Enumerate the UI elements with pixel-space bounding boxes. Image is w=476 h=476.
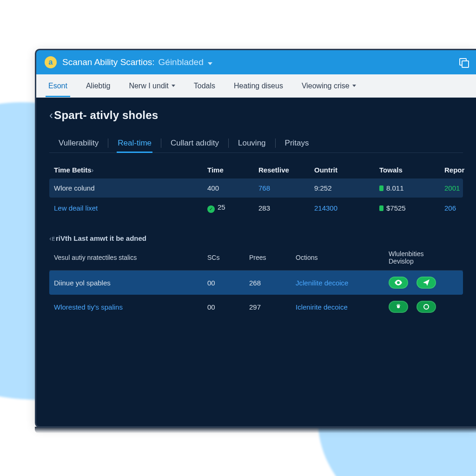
col2-pres: Prees bbox=[249, 254, 296, 261]
cell2-pres: 268 bbox=[249, 279, 296, 287]
menu-nerw-undit[interactable]: Nerw I undit bbox=[119, 74, 184, 97]
col-ountrit: Ountrit bbox=[314, 166, 379, 174]
col-resetlive: Resetlive bbox=[258, 166, 314, 174]
app-logo-icon: a bbox=[45, 56, 57, 68]
col2-stack2: Devislop bbox=[389, 258, 476, 265]
menu-aliebtig[interactable]: Aliebtig bbox=[77, 74, 119, 97]
cell2-scs: 00 bbox=[207, 303, 249, 311]
cell2-pres: 297 bbox=[249, 303, 296, 311]
cell2-actions bbox=[389, 277, 476, 289]
time-betits-table: Time Betits› Time Resetlive Ountrit Towa… bbox=[49, 161, 463, 218]
section-title: ‹ᴇriVth Last amwt it be adned bbox=[49, 234, 463, 243]
action-pill-eye-icon[interactable] bbox=[389, 277, 408, 289]
col-towals: Towals bbox=[379, 166, 444, 174]
cell-name: Lew deail lixet bbox=[54, 204, 207, 212]
col2-stack1: Wlulenbities bbox=[389, 250, 476, 258]
col-time: Time bbox=[207, 166, 258, 174]
status-dot-icon: ✓ bbox=[207, 205, 215, 213]
tab-real-time[interactable]: Real-time bbox=[108, 134, 161, 152]
menu-label: Vieowing crise bbox=[302, 82, 350, 90]
table2-row[interactable]: Wlorested tiy's spalins 00 297 Iclenirit… bbox=[49, 295, 463, 319]
cell-report: 2001 bbox=[444, 184, 476, 192]
menu-esont[interactable]: Esont bbox=[39, 74, 77, 97]
status-square-icon bbox=[379, 185, 383, 191]
window-title-sub[interactable]: Géinbladed bbox=[159, 57, 212, 67]
tab-vulnerability[interactable]: Vullerability bbox=[49, 134, 108, 152]
menu-label: Aliebtig bbox=[86, 82, 110, 90]
menu-vieowing-crise[interactable]: Vieowing crise bbox=[292, 74, 365, 97]
status-square-icon bbox=[379, 205, 383, 211]
cell-time: ✓25 bbox=[207, 203, 258, 213]
cell-time: 400 bbox=[207, 184, 258, 192]
cell2-name: Diinue yol spables bbox=[54, 279, 207, 287]
window-title-sub-label: Géinbladed bbox=[159, 57, 204, 67]
page-title: ‹Spart- ativly sholes bbox=[49, 109, 463, 122]
cell2-octions: Iclenirite decoice bbox=[296, 303, 389, 311]
menubar: Esont Aliebtig Nerw I undit Todals Heati… bbox=[36, 74, 476, 98]
cell-towals: 8.011 bbox=[379, 184, 444, 192]
action-pill-send-icon[interactable] bbox=[416, 277, 436, 289]
cell-ountrit: 9:252 bbox=[314, 184, 379, 192]
table-header-row: Time Betits› Time Resetlive Ountrit Towa… bbox=[49, 161, 463, 178]
table2-header-row: Vesul autiy nratectiles stalics SCs Pree… bbox=[49, 243, 463, 271]
chevron-down-icon bbox=[208, 62, 212, 65]
subtabs: Vullerability Real-time Cullart adıdity … bbox=[49, 134, 463, 153]
menu-label: Esont bbox=[48, 82, 67, 90]
col-report: Repor bbox=[444, 166, 476, 174]
duplicate-icon[interactable] bbox=[459, 58, 468, 66]
tab-louving[interactable]: Louving bbox=[229, 134, 275, 152]
table-row[interactable]: Wlore colund 400 768 9:252 8.011 2001 bbox=[49, 178, 463, 198]
svg-point-1 bbox=[424, 304, 429, 309]
menu-heating-diseus[interactable]: Heating diseus bbox=[225, 74, 292, 97]
chevron-down-icon bbox=[352, 85, 356, 87]
window-title: Scanan Ability Scartios: Géinbladed bbox=[62, 57, 212, 67]
action-pill-gear-icon[interactable] bbox=[389, 301, 408, 313]
cell2-actions bbox=[389, 301, 476, 313]
table-row[interactable]: Lew deail lixet ✓25 283 214300 $7525 206 bbox=[49, 198, 463, 218]
page-title-text: Spart- ativly sholes bbox=[54, 109, 158, 121]
menu-label: Nerw I undit bbox=[129, 82, 168, 90]
cell-resetlive: 768 bbox=[258, 184, 314, 192]
col-name: Time Betits› bbox=[54, 166, 207, 174]
content-area: ‹Spart- ativly sholes Vullerability Real… bbox=[36, 98, 476, 328]
col2-vulnerabilities: Wlulenbities Devislop bbox=[389, 250, 476, 266]
cell-towals: $7525 bbox=[379, 204, 444, 212]
col2-name: Vesul autiy nratectiles stalics bbox=[54, 254, 207, 261]
cell-ountrit: 214300 bbox=[314, 204, 379, 212]
cell2-octions: Jclenilite decoice bbox=[296, 279, 389, 287]
section-last-added: ‹ᴇriVth Last amwt it be adned Vesul auti… bbox=[49, 234, 463, 319]
table2-row[interactable]: Diinue yol spables 00 268 Jclenilite dec… bbox=[49, 271, 463, 295]
window-title-main: Scanan Ability Scartios: bbox=[62, 57, 155, 67]
menu-todals[interactable]: Todals bbox=[185, 74, 225, 97]
tab-cullart[interactable]: Cullart adıdity bbox=[161, 134, 228, 152]
col2-octions: Octions bbox=[296, 254, 389, 261]
cell2-name: Wlorested tiy's spalins bbox=[54, 303, 207, 311]
col2-scs: SCs bbox=[207, 254, 249, 261]
cell-report: 206 bbox=[444, 204, 476, 212]
action-pill-circle-icon[interactable] bbox=[416, 301, 436, 313]
cell2-scs: 00 bbox=[207, 279, 249, 287]
app-window: a Scanan Ability Scartios: Géinbladed Es… bbox=[35, 49, 476, 428]
cell-name: Wlore colund bbox=[54, 184, 207, 192]
menu-label: Heating diseus bbox=[234, 82, 283, 90]
menu-label: Todals bbox=[194, 82, 215, 90]
chevron-down-icon bbox=[172, 85, 175, 87]
titlebar: a Scanan Ability Scartios: Géinbladed bbox=[36, 50, 476, 74]
tab-pritays[interactable]: Pritays bbox=[276, 134, 318, 152]
cell-resetlive: 283 bbox=[258, 204, 314, 212]
